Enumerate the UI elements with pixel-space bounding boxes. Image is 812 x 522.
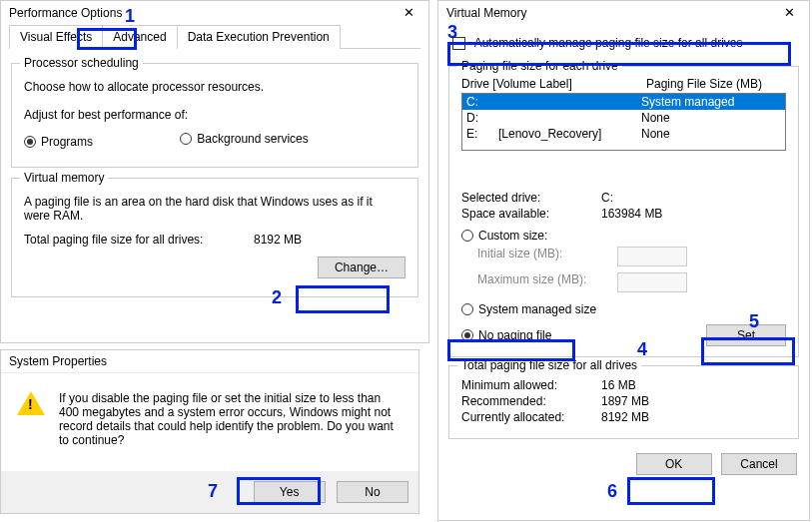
ps-adjust: Adjust for best performance of: [24,108,406,122]
auto-manage-checkbox[interactable] [452,37,465,50]
max-size-label: Maximum size (MB): [477,272,617,292]
drive-row[interactable]: E: [Lenovo_Recovery] None [462,126,785,142]
tab-label: Advanced [113,30,166,44]
no-button[interactable]: No [337,481,408,503]
space-available-value: 163984 MB [601,207,662,221]
tab-dep[interactable]: Data Execution Prevention [177,25,341,49]
min-allowed-value: 16 MB [601,378,636,392]
tab-visual-effects[interactable]: Visual Effects [9,25,103,49]
sp-message: If you disable the paging file or set th… [59,391,403,447]
hdr-size: Paging File Size (MB) [646,77,786,91]
drive-row[interactable]: C: System managed [462,94,785,110]
drive-row[interactable]: D: None [462,110,785,126]
sp-title: System Properties [9,354,107,368]
space-available-label: Space available: [461,207,601,221]
radio-system-managed[interactable]: System managed size [461,302,596,316]
vm-title: Virtual Memory [446,6,526,20]
vm-desc: A paging file is an area on the hard dis… [24,195,384,223]
initial-size-label: Initial size (MB): [477,247,617,266]
drive-letter: E: [466,127,498,141]
virtual-memory-group: Virtual memory A paging file is an area … [11,178,418,297]
set-button[interactable]: Set [706,324,786,346]
drive-list[interactable]: C: System managed D: None E: [Lenovo_Rec… [461,93,786,151]
group-title: Virtual memory [20,171,108,185]
drive-letter: C: [466,95,498,109]
vm-titlebar: Virtual Memory ✕ [438,1,809,24]
hdr-drive: Drive [Volume Label] [461,77,646,91]
auto-manage-label: Automatically manage paging file size fo… [474,36,743,50]
currently-allocated-value: 8192 MB [601,410,649,424]
radio-label: Programs [41,135,93,149]
vm-total-value: 8192 MB [254,233,302,247]
virtual-memory-dialog: Virtual Memory ✕ Automatically manage pa… [437,0,810,521]
close-icon[interactable]: ✕ [398,5,420,20]
group-title: Processor scheduling [20,56,143,70]
cancel-button[interactable]: Cancel [721,453,797,475]
group-title: Total paging file size for all drives [457,358,641,372]
recommended-value: 1897 MB [601,394,649,408]
perf-title: Performance Options [9,6,122,20]
perf-tabs: Visual Effects Advanced Data Execution P… [9,24,420,49]
vm-total-label: Total paging file size for all drives: [24,233,254,247]
radio-label: Custom size: [478,229,547,243]
currently-allocated-label: Currently allocated: [461,410,601,424]
group-title: Paging file size for each drive [457,59,622,73]
processor-scheduling-group: Processor scheduling Choose how to alloc… [11,63,418,168]
drive-label [498,95,641,109]
max-size-input [617,272,687,292]
selected-drive-value: C: [601,191,613,205]
tab-label: Visual Effects [20,30,92,44]
drive-size: System managed [641,95,781,109]
warning-icon [17,391,45,447]
drive-label: [Lenovo_Recovery] [498,127,641,141]
performance-options-dialog: Performance Options ✕ Visual Effects Adv… [0,0,429,343]
drive-label [498,111,641,125]
radio-label: Background services [197,132,308,146]
radio-custom-size[interactable]: Custom size: [461,229,547,243]
radio-no-paging-file[interactable]: No paging file [461,328,551,342]
ok-button[interactable]: OK [636,453,712,475]
total-paging-group: Total paging file size for all drives Mi… [448,365,799,439]
selected-drive-label: Selected drive: [461,191,601,205]
tab-label: Data Execution Prevention [188,30,330,44]
radio-label: System managed size [478,302,596,316]
system-properties-dialog: System Properties If you disable the pag… [0,349,419,514]
ps-desc: Choose how to allocate processor resourc… [24,80,406,94]
tab-advanced[interactable]: Advanced [102,25,177,49]
drive-letter: D: [466,111,498,125]
yes-button[interactable]: Yes [254,481,326,503]
drive-size: None [641,111,781,125]
min-allowed-label: Minimum allowed: [461,378,601,392]
initial-size-input [617,247,687,266]
drive-size: None [641,127,781,141]
close-icon[interactable]: ✕ [778,5,801,20]
sp-titlebar: System Properties [1,350,418,373]
radio-label: No paging file [478,328,551,342]
change-button[interactable]: Change… [318,257,406,278]
recommended-label: Recommended: [461,394,601,408]
perf-titlebar: Performance Options ✕ [1,1,428,24]
radio-programs[interactable]: Programs [24,135,93,149]
each-drive-group: Paging file size for each drive Drive [V… [448,66,799,357]
radio-background-services[interactable]: Background services [180,132,308,146]
